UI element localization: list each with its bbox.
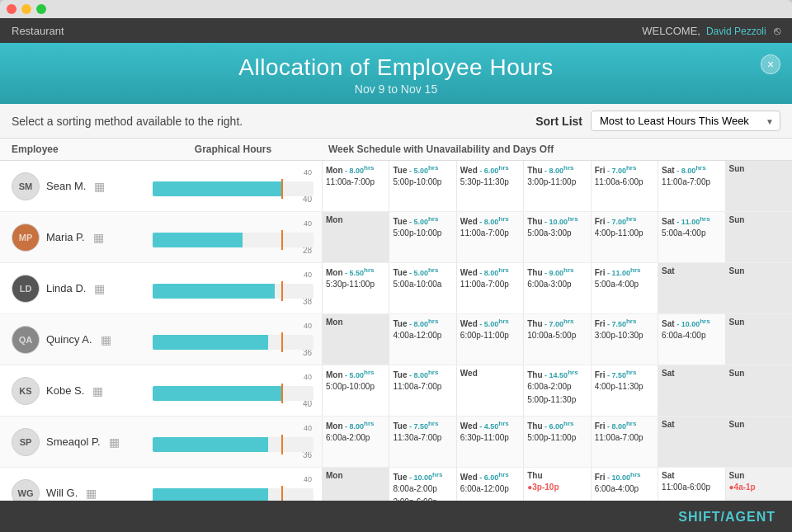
close-button[interactable]: × — [761, 54, 780, 74]
day-time: 6:00a-4:00p — [662, 330, 721, 341]
bar-target-line — [281, 179, 283, 199]
day-header: Thu - 6.00hrs — [527, 420, 587, 431]
sort-select-wrapper[interactable]: Most to Least Hours This Week Least to M… — [591, 111, 780, 131]
day-column-wed: Wed - 6.00hrs 6:00a-12:00p — [456, 468, 523, 501]
day-column-mon: Mon - 5.50hrs 5:30p-11:00p — [322, 263, 389, 313]
schedule-columns: Mon - 8.00hrs 11:00a-7:00p Tue - 5.00hrs… — [322, 161, 792, 211]
day-hours: - 8.00hrs — [343, 422, 375, 431]
employee-name: Will G. — [46, 487, 78, 499]
bar-max-label: 40 — [304, 168, 312, 177]
day-hours: - 7.00hrs — [605, 167, 636, 175]
day-column-thu: Thu - 8.00hrs 3:00p-11:00p — [523, 161, 590, 211]
day-header: Thu - 14.50hrs — [527, 369, 587, 379]
user-info: WELCOME, David Pezzoli ⎋ — [642, 24, 780, 37]
day-column-sun: Sun — [725, 161, 792, 211]
day-time: 5:00a-3:00p — [527, 228, 587, 239]
logout-icon[interactable]: ⎋ — [774, 24, 780, 37]
app-footer: SHIFT/AGENT — [0, 501, 792, 532]
day-header: Sun — [729, 164, 789, 173]
chart-icon[interactable]: ▦ — [94, 180, 105, 193]
day-header: Wed - 6.00hrs — [460, 471, 520, 482]
day-time: 2:00p-6:00p — [393, 497, 452, 501]
day-hours: - 11.00hrs — [675, 218, 710, 226]
bar-wrapper — [153, 233, 314, 247]
day-time: 6:00p-11:00p — [460, 330, 520, 341]
chart-icon[interactable]: ▦ — [92, 384, 103, 398]
day-column-fri: Fri - 11.00hrs 5:00a-4:00p — [591, 263, 658, 313]
employee-row: SP Smeaqol P. ▦ 40 36 Mon - 8.00hrs 6:00… — [0, 417, 792, 468]
schedule-columns: Mon Tue - 10.00hrs 8:00a-2:00p2:00p-6:00… — [322, 468, 792, 501]
day-column-thu: Thu - 7.00hrs 10:00a-5:00p — [523, 314, 590, 365]
bar-target-line — [281, 281, 283, 301]
maximize-window-btn[interactable] — [36, 4, 46, 14]
avatar: WG — [12, 479, 40, 501]
chart-icon[interactable]: ▦ — [86, 487, 97, 500]
day-hours: - 7.00hrs — [543, 320, 574, 328]
employee-name: Maria P. — [46, 231, 85, 243]
day-header: Fri - 7.50hrs — [595, 369, 654, 379]
day-time: 5:00p-10:00p — [393, 228, 452, 239]
employee-info: QA Quincy A. ▦ — [0, 314, 144, 365]
graphical-hours: 40 40 — [144, 161, 322, 211]
day-header: Wed - 4.50hrs — [460, 420, 520, 431]
day-column-tue: Tue - 7.50hrs 11:30a-7:00p — [389, 417, 455, 467]
day-column-sun: Sun — [725, 263, 792, 313]
day-time: 4:00p-11:00p — [595, 228, 654, 239]
main-content: Employee Graphical Hours Week Schedule w… — [0, 139, 792, 501]
day-header: Thu - 7.00hrs — [527, 318, 587, 328]
bar-wrapper — [153, 437, 314, 452]
bar-target-line — [281, 332, 283, 352]
day-column-fri: Fri - 8.00hrs 11:00a-7:00p — [591, 417, 658, 467]
day-hours: - 14.50hrs — [543, 371, 578, 379]
day-hours: - 10.00hrs — [675, 320, 710, 328]
day-time: 11:00a-7:00p — [460, 228, 520, 239]
day-time: 11:00a-7:00p — [595, 432, 654, 444]
bar-fill — [153, 284, 275, 299]
day-header: Thu - 9.00hrs — [527, 266, 587, 277]
day-column-tue: Tue - 10.00hrs 8:00a-2:00p2:00p-6:00p — [389, 468, 455, 501]
day-column-mon: Mon — [322, 468, 389, 501]
day-time: 8:00a-2:00p — [393, 483, 452, 495]
bar-max-label: 40 — [304, 475, 312, 483]
day-column-sat: Sat — [658, 263, 724, 313]
sort-select[interactable]: Most to Least Hours This Week Least to M… — [591, 111, 780, 131]
chart-icon[interactable]: ▦ — [101, 333, 111, 346]
day-header: Fri - 11.00hrs — [595, 266, 654, 277]
day-column-fri: Fri - 7.50hrs 4:00p-11:30p — [591, 365, 658, 416]
graphical-hours: 40 38 — [144, 263, 322, 313]
bar-max-label: 40 — [304, 322, 312, 330]
employee-name: Quincy A. — [46, 333, 92, 346]
day-column-fri: Fri - 7.00hrs 11:00a-6:00p — [591, 161, 658, 211]
day-header: Sat - 11.00hrs — [662, 215, 721, 226]
employee-row: KS Kobe S. ▦ 40 40 Mon - 5.00hrs 5:00p-1… — [0, 365, 792, 417]
day-header: Wed - 5.00hrs — [460, 318, 520, 328]
day-hours: - 10.00hrs — [605, 473, 640, 482]
day-header: Sun — [729, 471, 789, 480]
bar-max-label: 40 — [304, 271, 312, 279]
bar-container — [153, 386, 314, 401]
day-column-sun: Sun — [725, 314, 792, 365]
day-column-tue: Tue - 5.00hrs 5:00p-10:00p — [389, 161, 455, 211]
close-window-btn[interactable] — [7, 4, 16, 14]
chart-icon[interactable]: ▦ — [93, 231, 104, 244]
day-column-tue: Tue - 8.00hrs 11:00a-7:00p — [389, 365, 455, 416]
day-header: Sun — [729, 420, 789, 429]
bar-target-line — [281, 486, 283, 501]
day-column-thu: Thu - 14.50hrs 6:00a-2:00p5:00p-11:30p — [523, 365, 590, 416]
chart-icon[interactable]: ▦ — [94, 282, 105, 295]
day-hours: - 7.50hrs — [605, 371, 636, 379]
day-column-sat: Sat 11:00a-6:00p — [658, 468, 724, 501]
avatar: SP — [12, 428, 40, 456]
day-hours: - 9.00hrs — [543, 269, 574, 277]
day-time: 10:00a-5:00p — [527, 330, 587, 341]
day-header: Fri - 8.00hrs — [595, 420, 654, 431]
day-column-mon: Mon - 8.00hrs 6:00a-2:00p — [322, 417, 389, 467]
employee-name: Kobe S. — [46, 384, 84, 397]
day-hours: - 5.00hrs — [407, 167, 438, 175]
chart-icon[interactable]: ▦ — [109, 435, 120, 449]
bar-wrapper — [153, 335, 314, 350]
minimize-window-btn[interactable] — [21, 4, 31, 14]
day-hours: - 11.00hrs — [605, 269, 640, 277]
day-column-wed: Wed - 4.50hrs 6:30p-11:00p — [456, 417, 523, 467]
bar-fill — [153, 233, 243, 247]
